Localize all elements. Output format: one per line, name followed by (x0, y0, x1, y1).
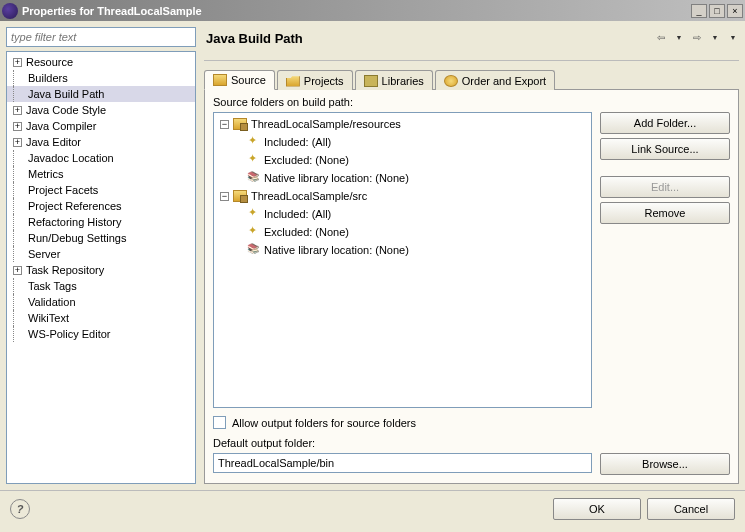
cancel-button[interactable]: Cancel (647, 498, 735, 520)
included-icon (248, 208, 260, 220)
source-attr-included[interactable]: Included: (All) (214, 205, 591, 223)
nav-item-project-facets[interactable]: Project Facets (7, 182, 195, 198)
nav-item-server[interactable]: Server (7, 246, 195, 262)
title-bar: Properties for ThreadLocalSample _ □ × (0, 0, 745, 21)
chevron-down-icon: ▼ (676, 34, 683, 41)
default-output-label: Default output folder: (213, 437, 730, 449)
expand-icon[interactable]: + (13, 122, 22, 131)
nav-item-builders[interactable]: Builders (7, 70, 195, 86)
window-title: Properties for ThreadLocalSample (22, 5, 691, 17)
projects-icon (286, 75, 300, 87)
link-source-button[interactable]: Link Source... (600, 138, 730, 160)
nav-item-java-editor[interactable]: +Java Editor (7, 134, 195, 150)
expand-icon[interactable]: + (13, 106, 22, 115)
nav-item-resource[interactable]: +Resource (7, 54, 195, 70)
source-attr-native[interactable]: Native library location: (None) (214, 241, 591, 259)
source-folder-resources[interactable]: −ThreadLocalSample/resources (214, 115, 591, 133)
forward-button[interactable]: ⇨ (691, 31, 703, 43)
forward-menu[interactable]: ▼ (709, 31, 721, 43)
package-folder-icon (233, 190, 247, 202)
nav-item-wikitext[interactable]: WikiText (7, 310, 195, 326)
nav-item-ws-policy-editor[interactable]: WS-Policy Editor (7, 326, 195, 342)
source-attr-included[interactable]: Included: (All) (214, 133, 591, 151)
tab-content-source: Source folders on build path: −ThreadLoc… (204, 90, 739, 484)
allow-output-label: Allow output folders for source folders (232, 417, 416, 429)
app-icon (2, 3, 18, 19)
back-button[interactable]: ⇦ (655, 31, 667, 43)
chevron-down-icon: ▼ (730, 34, 737, 41)
order-export-icon (444, 75, 458, 87)
source-attr-excluded[interactable]: Excluded: (None) (214, 223, 591, 241)
expand-icon[interactable]: + (13, 58, 22, 67)
filter-input[interactable] (6, 27, 196, 47)
close-button[interactable]: × (727, 4, 743, 18)
nav-item-javadoc-location[interactable]: Javadoc Location (7, 150, 195, 166)
tab-libraries[interactable]: Libraries (355, 70, 433, 90)
add-folder-button[interactable]: Add Folder... (600, 112, 730, 134)
edit-button[interactable]: Edit... (600, 176, 730, 198)
source-attr-excluded[interactable]: Excluded: (None) (214, 151, 591, 169)
libraries-icon (364, 75, 378, 87)
native-lib-icon (248, 244, 260, 256)
package-folder-icon (233, 118, 247, 130)
help-icon[interactable]: ? (10, 499, 30, 519)
nav-item-metrics[interactable]: Metrics (7, 166, 195, 182)
nav-item-task-repository[interactable]: +Task Repository (7, 262, 195, 278)
tab-source[interactable]: Source (204, 70, 275, 90)
browse-button[interactable]: Browse... (600, 453, 730, 475)
expand-icon[interactable]: + (13, 138, 22, 147)
nav-item-java-build-path[interactable]: Java Build Path (7, 86, 195, 102)
source-folder-src[interactable]: −ThreadLocalSample/src (214, 187, 591, 205)
default-output-input[interactable] (213, 453, 592, 473)
nav-item-refactoring-history[interactable]: Refactoring History (7, 214, 195, 230)
source-folders-label: Source folders on build path: (213, 96, 730, 108)
excluded-icon (248, 154, 260, 166)
view-menu[interactable]: ▼ (727, 31, 739, 43)
nav-tree[interactable]: +Resource Builders Java Build Path +Java… (6, 51, 196, 484)
expand-icon[interactable]: + (13, 266, 22, 275)
tab-projects[interactable]: Projects (277, 70, 353, 90)
source-folders-tree[interactable]: −ThreadLocalSample/resources Included: (… (213, 112, 592, 408)
native-lib-icon (248, 172, 260, 184)
ok-button[interactable]: OK (553, 498, 641, 520)
nav-item-run-debug-settings[interactable]: Run/Debug Settings (7, 230, 195, 246)
nav-item-task-tags[interactable]: Task Tags (7, 278, 195, 294)
nav-item-project-references[interactable]: Project References (7, 198, 195, 214)
excluded-icon (248, 226, 260, 238)
nav-item-validation[interactable]: Validation (7, 294, 195, 310)
remove-button[interactable]: Remove (600, 202, 730, 224)
arrow-right-icon: ⇨ (693, 32, 701, 43)
nav-item-java-compiler[interactable]: +Java Compiler (7, 118, 195, 134)
tab-order-export[interactable]: Order and Export (435, 70, 555, 90)
tab-bar: Source Projects Libraries Order and Expo… (204, 69, 739, 90)
allow-output-checkbox[interactable] (213, 416, 226, 429)
collapse-icon[interactable]: − (220, 192, 229, 201)
included-icon (248, 136, 260, 148)
chevron-down-icon: ▼ (712, 34, 719, 41)
collapse-icon[interactable]: − (220, 120, 229, 129)
minimize-button[interactable]: _ (691, 4, 707, 18)
maximize-button[interactable]: □ (709, 4, 725, 18)
source-attr-native[interactable]: Native library location: (None) (214, 169, 591, 187)
back-menu[interactable]: ▼ (673, 31, 685, 43)
arrow-left-icon: ⇦ (657, 32, 665, 43)
source-folder-icon (213, 74, 227, 86)
nav-item-java-code-style[interactable]: +Java Code Style (7, 102, 195, 118)
